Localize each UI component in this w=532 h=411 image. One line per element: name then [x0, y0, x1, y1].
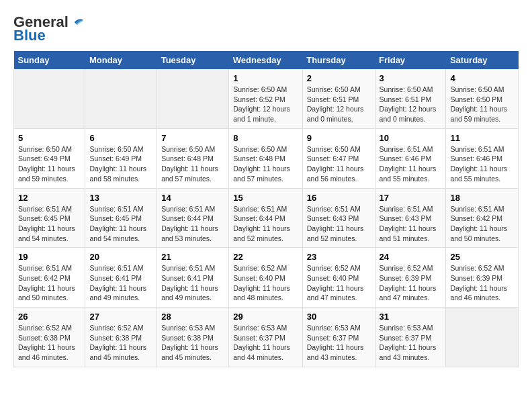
day-info: Sunrise: 6:52 AM Sunset: 6:40 PM Dayligh…: [233, 263, 298, 303]
day-cell: 8Sunrise: 6:50 AM Sunset: 6:48 PM Daylig…: [229, 128, 302, 188]
day-info: Sunrise: 6:51 AM Sunset: 6:43 PM Dayligh…: [380, 204, 442, 244]
day-number: 16: [307, 193, 371, 203]
day-info: Sunrise: 6:50 AM Sunset: 6:51 PM Dayligh…: [380, 85, 442, 124]
day-info: Sunrise: 6:51 AM Sunset: 6:43 PM Dayligh…: [307, 204, 371, 244]
day-number: 13: [89, 193, 152, 203]
logo-blue: Blue: [13, 27, 46, 44]
day-cell: 2Sunrise: 6:50 AM Sunset: 6:51 PM Daylig…: [302, 69, 375, 128]
logo: General Blue: [13, 13, 83, 44]
day-cell: 15Sunrise: 6:51 AM Sunset: 6:44 PM Dayli…: [229, 188, 302, 248]
day-number: 22: [233, 252, 298, 262]
day-info: Sunrise: 6:52 AM Sunset: 6:38 PM Dayligh…: [89, 323, 152, 363]
day-cell: 24Sunrise: 6:52 AM Sunset: 6:39 PM Dayli…: [375, 248, 446, 308]
day-info: Sunrise: 6:50 AM Sunset: 6:47 PM Dayligh…: [307, 144, 371, 184]
day-info: Sunrise: 6:51 AM Sunset: 6:42 PM Dayligh…: [18, 263, 81, 303]
week-row-2: 5Sunrise: 6:50 AM Sunset: 6:49 PM Daylig…: [14, 128, 519, 188]
day-info: Sunrise: 6:53 AM Sunset: 6:37 PM Dayligh…: [380, 323, 442, 363]
day-cell: 18Sunrise: 6:51 AM Sunset: 6:42 PM Dayli…: [446, 188, 519, 248]
day-number: 20: [89, 252, 152, 262]
day-number: 12: [18, 193, 81, 203]
day-cell: 20Sunrise: 6:51 AM Sunset: 6:41 PM Dayli…: [85, 248, 157, 308]
day-cell: 29Sunrise: 6:53 AM Sunset: 6:37 PM Dayli…: [229, 308, 302, 367]
day-cell: 11Sunrise: 6:51 AM Sunset: 6:46 PM Dayli…: [446, 128, 519, 188]
day-number: 4: [450, 73, 514, 83]
day-info: Sunrise: 6:52 AM Sunset: 6:40 PM Dayligh…: [307, 263, 371, 303]
day-number: 27: [89, 312, 152, 322]
day-cell: 6Sunrise: 6:50 AM Sunset: 6:49 PM Daylig…: [85, 128, 157, 188]
day-number: 5: [18, 133, 81, 143]
day-cell: 13Sunrise: 6:51 AM Sunset: 6:45 PM Dayli…: [85, 188, 157, 248]
day-number: 26: [18, 312, 81, 322]
day-info: Sunrise: 6:53 AM Sunset: 6:38 PM Dayligh…: [161, 323, 224, 363]
day-info: Sunrise: 6:51 AM Sunset: 6:41 PM Dayligh…: [89, 263, 152, 303]
logo-bird-icon: [70, 17, 83, 27]
page-header: General Blue: [13, 13, 519, 44]
day-info: Sunrise: 6:50 AM Sunset: 6:48 PM Dayligh…: [161, 144, 224, 184]
day-info: Sunrise: 6:51 AM Sunset: 6:42 PM Dayligh…: [450, 204, 514, 244]
day-info: Sunrise: 6:50 AM Sunset: 6:51 PM Dayligh…: [307, 85, 371, 124]
day-number: 9: [307, 133, 371, 143]
day-number: 14: [161, 193, 224, 203]
day-number: 30: [307, 312, 371, 322]
day-cell: 26Sunrise: 6:52 AM Sunset: 6:38 PM Dayli…: [14, 308, 85, 367]
day-number: 24: [380, 252, 442, 262]
day-cell: 12Sunrise: 6:51 AM Sunset: 6:45 PM Dayli…: [14, 188, 85, 248]
day-info: Sunrise: 6:50 AM Sunset: 6:49 PM Dayligh…: [18, 144, 81, 184]
day-cell: [85, 69, 157, 128]
day-number: 18: [450, 193, 514, 203]
day-cell: 7Sunrise: 6:50 AM Sunset: 6:48 PM Daylig…: [157, 128, 229, 188]
day-number: 17: [380, 193, 442, 203]
day-number: 15: [233, 193, 298, 203]
header-friday: Friday: [375, 51, 446, 69]
header-monday: Monday: [85, 51, 157, 69]
day-cell: 21Sunrise: 6:51 AM Sunset: 6:41 PM Dayli…: [157, 248, 229, 308]
day-cell: 1Sunrise: 6:50 AM Sunset: 6:52 PM Daylig…: [229, 69, 302, 128]
day-info: Sunrise: 6:52 AM Sunset: 6:39 PM Dayligh…: [450, 263, 514, 303]
day-number: 11: [450, 133, 514, 143]
day-info: Sunrise: 6:53 AM Sunset: 6:37 PM Dayligh…: [307, 323, 371, 363]
day-cell: 17Sunrise: 6:51 AM Sunset: 6:43 PM Dayli…: [375, 188, 446, 248]
day-info: Sunrise: 6:50 AM Sunset: 6:52 PM Dayligh…: [233, 85, 298, 124]
day-cell: 27Sunrise: 6:52 AM Sunset: 6:38 PM Dayli…: [85, 308, 157, 367]
day-cell: [157, 69, 229, 128]
day-cell: 31Sunrise: 6:53 AM Sunset: 6:37 PM Dayli…: [375, 308, 446, 367]
week-row-4: 19Sunrise: 6:51 AM Sunset: 6:42 PM Dayli…: [14, 248, 519, 308]
day-number: 25: [450, 252, 514, 262]
day-cell: 23Sunrise: 6:52 AM Sunset: 6:40 PM Dayli…: [302, 248, 375, 308]
day-info: Sunrise: 6:50 AM Sunset: 6:49 PM Dayligh…: [89, 144, 152, 184]
day-cell: [446, 308, 519, 367]
day-number: 1: [233, 73, 298, 83]
header-sunday: Sunday: [14, 51, 85, 69]
day-cell: 28Sunrise: 6:53 AM Sunset: 6:38 PM Dayli…: [157, 308, 229, 367]
day-cell: 5Sunrise: 6:50 AM Sunset: 6:49 PM Daylig…: [14, 128, 85, 188]
day-cell: 10Sunrise: 6:51 AM Sunset: 6:46 PM Dayli…: [375, 128, 446, 188]
day-cell: 19Sunrise: 6:51 AM Sunset: 6:42 PM Dayli…: [14, 248, 85, 308]
day-cell: 22Sunrise: 6:52 AM Sunset: 6:40 PM Dayli…: [229, 248, 302, 308]
week-row-5: 26Sunrise: 6:52 AM Sunset: 6:38 PM Dayli…: [14, 308, 519, 367]
day-number: 6: [89, 133, 152, 143]
day-number: 8: [233, 133, 298, 143]
day-header-row: SundayMondayTuesdayWednesdayThursdayFrid…: [14, 51, 519, 69]
day-number: 31: [380, 312, 442, 322]
week-row-3: 12Sunrise: 6:51 AM Sunset: 6:45 PM Dayli…: [14, 188, 519, 248]
day-number: 2: [307, 73, 371, 83]
day-info: Sunrise: 6:51 AM Sunset: 6:46 PM Dayligh…: [450, 144, 514, 184]
header-wednesday: Wednesday: [229, 51, 302, 69]
day-info: Sunrise: 6:50 AM Sunset: 6:48 PM Dayligh…: [233, 144, 298, 184]
day-cell: [14, 69, 85, 128]
day-cell: 30Sunrise: 6:53 AM Sunset: 6:37 PM Dayli…: [302, 308, 375, 367]
header-tuesday: Tuesday: [157, 51, 229, 69]
day-cell: 9Sunrise: 6:50 AM Sunset: 6:47 PM Daylig…: [302, 128, 375, 188]
day-number: 28: [161, 312, 224, 322]
day-number: 10: [380, 133, 442, 143]
week-row-1: 1Sunrise: 6:50 AM Sunset: 6:52 PM Daylig…: [14, 69, 519, 128]
day-info: Sunrise: 6:51 AM Sunset: 6:44 PM Dayligh…: [161, 204, 224, 244]
header-saturday: Saturday: [446, 51, 519, 69]
day-info: Sunrise: 6:51 AM Sunset: 6:41 PM Dayligh…: [161, 263, 224, 303]
day-info: Sunrise: 6:51 AM Sunset: 6:44 PM Dayligh…: [233, 204, 298, 244]
day-info: Sunrise: 6:52 AM Sunset: 6:38 PM Dayligh…: [18, 323, 81, 363]
day-info: Sunrise: 6:53 AM Sunset: 6:37 PM Dayligh…: [233, 323, 298, 363]
day-info: Sunrise: 6:51 AM Sunset: 6:45 PM Dayligh…: [89, 204, 152, 244]
day-cell: 25Sunrise: 6:52 AM Sunset: 6:39 PM Dayli…: [446, 248, 519, 308]
day-number: 21: [161, 252, 224, 262]
